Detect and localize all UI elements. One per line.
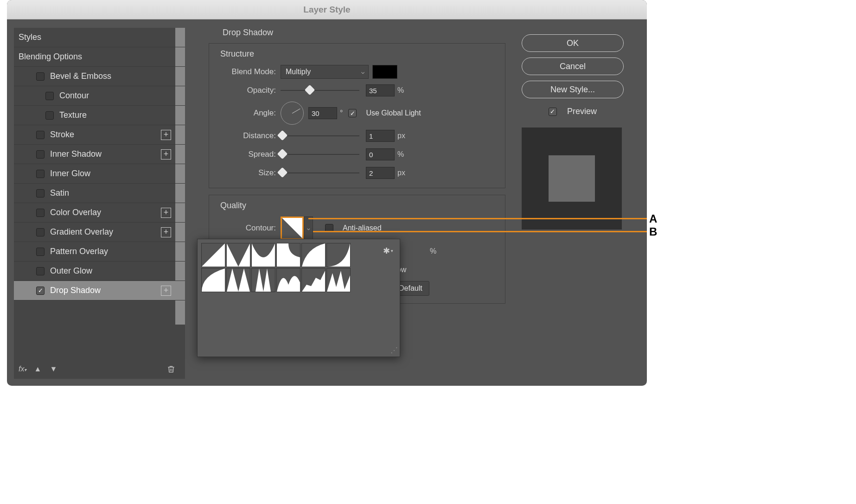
contour-preset-linear[interactable]	[201, 243, 225, 267]
global-light-checkbox[interactable]: ✓	[348, 109, 357, 117]
cancel-button[interactable]: Cancel	[522, 57, 624, 75]
chevron-down-icon: ⌵	[361, 69, 364, 75]
annotation-line-a	[308, 218, 647, 219]
contour-preset-rounded-steps[interactable]	[301, 268, 326, 292]
sidebar-item-outer-glow[interactable]: Outer Glow	[14, 262, 185, 281]
preview-toggle-row: ✓ Preview	[522, 107, 624, 116]
size-slider[interactable]	[281, 172, 359, 173]
spread-input[interactable]	[366, 148, 395, 160]
sidebar-footer: fx▾ ▲ ▼	[14, 359, 185, 379]
add-instance-icon[interactable]: +	[161, 130, 171, 140]
resize-grip-icon[interactable]: ⋰	[390, 346, 398, 355]
slider-thumb[interactable]	[305, 85, 315, 96]
contour-preset-rolling-slope[interactable]	[276, 268, 300, 292]
opacity-label: Opacity:	[216, 86, 276, 95]
checkbox-contour[interactable]	[45, 92, 54, 100]
popup-menu-gear-icon[interactable]: ✱▾	[383, 246, 393, 256]
checkbox-inner-glow[interactable]	[36, 170, 45, 178]
svg-marker-3	[252, 268, 275, 292]
checkbox-satin[interactable]	[36, 189, 45, 198]
blend-mode-row: Blend Mode: Multiply ⌵	[216, 64, 498, 80]
contour-preset-sawtooth[interactable]	[326, 268, 351, 292]
contour-preset-ring[interactable]	[226, 268, 250, 292]
spread-label: Spread:	[216, 150, 276, 159]
sidebar-item-inner-shadow[interactable]: Inner Shadow +	[14, 145, 185, 164]
ok-button[interactable]: OK	[522, 34, 624, 52]
opacity-input[interactable]	[366, 84, 395, 96]
blending-header-label: Blending Options	[19, 52, 82, 62]
quality-title: Quality	[218, 201, 248, 211]
sidebar-header-blending[interactable]: Blending Options	[14, 47, 185, 67]
checkbox-stroke[interactable]	[36, 131, 45, 139]
add-instance-icon[interactable]: +	[161, 149, 171, 159]
contour-preset-ring-double[interactable]	[251, 268, 275, 292]
styles-header-label: Styles	[19, 32, 41, 42]
contour-preset-half-round[interactable]	[201, 268, 225, 292]
contour-preset-cone[interactable]	[226, 243, 250, 267]
structure-title: Structure	[218, 49, 256, 59]
opacity-slider[interactable]	[281, 90, 359, 91]
blend-mode-label: Blend Mode:	[216, 67, 276, 77]
spread-row: Spread: %	[216, 146, 498, 163]
contour-preview[interactable]	[281, 217, 304, 240]
add-instance-icon[interactable]: +	[161, 208, 171, 218]
checkbox-drop-shadow[interactable]: ✓	[36, 287, 45, 295]
distance-slider[interactable]	[281, 135, 359, 136]
angle-input[interactable]	[308, 107, 337, 119]
checkbox-color-overlay[interactable]	[36, 209, 45, 217]
move-up-icon[interactable]: ▲	[33, 364, 42, 374]
contour-preset-cove-shallow[interactable]	[301, 243, 326, 267]
sidebar-item-label: Drop Shadow	[50, 286, 101, 295]
checkbox-bevel-emboss[interactable]	[36, 72, 45, 81]
slider-thumb[interactable]	[277, 130, 288, 141]
sidebar-item-satin[interactable]: Satin	[14, 184, 185, 203]
angle-row: Angle: ° ✓ Use Global Light	[216, 101, 498, 126]
blend-mode-dropdown[interactable]: Multiply ⌵	[281, 65, 369, 79]
svg-marker-2	[227, 268, 250, 292]
distance-row: Distance: px	[216, 128, 498, 144]
sidebar-item-gradient-overlay[interactable]: Gradient Overlay +	[14, 223, 185, 242]
checkbox-gradient-overlay[interactable]	[36, 228, 45, 236]
checkbox-texture[interactable]	[45, 111, 54, 120]
sidebar-item-inner-glow[interactable]: Inner Glow	[14, 164, 185, 184]
sidebar-item-bevel-emboss[interactable]: Bevel & Emboss	[14, 67, 185, 86]
add-instance-icon[interactable]: +	[161, 286, 171, 296]
sidebar-item-contour[interactable]: Contour	[14, 86, 185, 106]
add-instance-icon[interactable]: +	[161, 227, 171, 237]
sidebar-item-color-overlay[interactable]: Color Overlay +	[14, 203, 185, 223]
sidebar-item-label: Outer Glow	[50, 266, 92, 276]
annotation-line-b	[313, 231, 647, 232]
sidebar-item-stroke[interactable]: Stroke +	[14, 125, 185, 145]
fx-menu-icon[interactable]: fx▾	[19, 365, 26, 373]
checkbox-pattern-overlay[interactable]	[36, 248, 45, 256]
sidebar-item-label: Stroke	[50, 130, 74, 140]
angle-dial[interactable]	[281, 102, 304, 125]
unit-label: px	[397, 132, 405, 140]
checkbox-inner-shadow[interactable]	[36, 150, 45, 159]
contour-preset-cove-deep[interactable]	[276, 243, 300, 267]
dialog-body: Styles Blending Options Bevel & Emboss C…	[14, 28, 640, 379]
contour-preset-gaussian[interactable]	[326, 243, 351, 267]
annotation-label-b: B	[649, 225, 657, 238]
new-style-button[interactable]: New Style...	[522, 81, 624, 98]
move-down-icon[interactable]: ▼	[49, 364, 58, 374]
contour-preset-cone-inverted[interactable]	[251, 243, 275, 267]
spread-slider[interactable]	[281, 154, 359, 155]
slider-thumb[interactable]	[277, 149, 288, 159]
sidebar-item-drop-shadow[interactable]: ✓ Drop Shadow +	[14, 281, 185, 300]
sidebar-header-styles[interactable]: Styles	[14, 28, 185, 47]
distance-input[interactable]	[366, 130, 395, 142]
contour-preset-popup: ✱▾ ⋰	[197, 239, 400, 357]
preview-label: Preview	[567, 107, 597, 116]
contour-dropdown-button[interactable]: ⌵	[304, 217, 313, 240]
angle-label: Angle:	[216, 108, 276, 118]
trash-icon[interactable]	[166, 364, 176, 374]
preview-canvas	[522, 128, 622, 230]
shadow-color-swatch[interactable]	[372, 65, 397, 79]
checkbox-outer-glow[interactable]	[36, 267, 45, 275]
sidebar-item-texture[interactable]: Texture	[14, 106, 185, 125]
size-input[interactable]	[366, 167, 395, 179]
slider-thumb[interactable]	[277, 167, 288, 178]
sidebar-item-pattern-overlay[interactable]: Pattern Overlay	[14, 242, 185, 262]
preview-checkbox[interactable]: ✓	[549, 108, 557, 116]
